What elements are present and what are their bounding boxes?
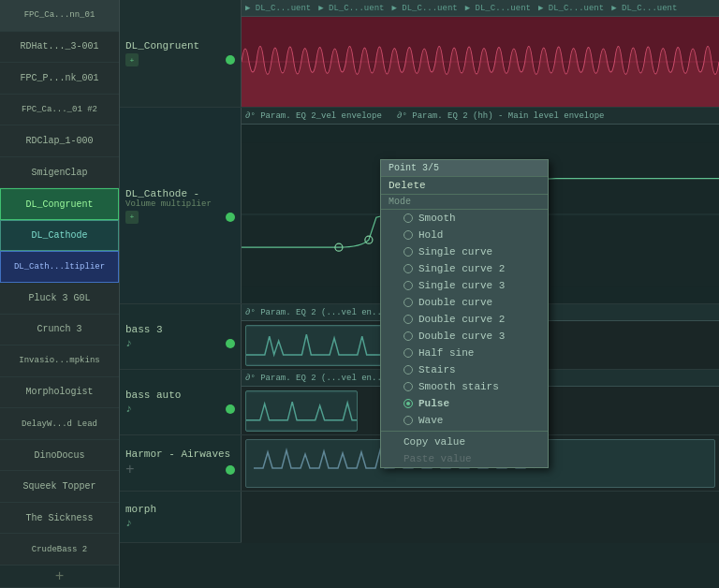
radio-hold <box>404 230 413 240</box>
sidebar-item-dl-cath-ltiplier[interactable]: DL_Cath...ltiplier <box>0 251 119 283</box>
radio-half-sine <box>404 348 413 358</box>
track-icons-morph: ♪ <box>125 517 235 530</box>
add-track-button[interactable]: + <box>0 566 119 588</box>
track-plus-icon-harmor: + <box>125 462 135 478</box>
track-label-bass-auto: bass auto ♪ <box>120 370 242 434</box>
track-note-icon-bass-auto: ♪ <box>125 403 132 416</box>
context-menu-title: Point 3/5 <box>381 160 548 177</box>
track-row-dl-congruent: DL_Congruent + ▶ DL_C...uent ▶ DL_C...ue… <box>120 0 719 108</box>
label-stairs: Stairs <box>418 364 456 375</box>
content-area: DL_Congruent + ▶ DL_C...uent ▶ DL_C...ue… <box>120 0 719 588</box>
track-name-bass-3: bass 3 <box>125 324 235 335</box>
label-smooth: Smooth <box>418 213 456 224</box>
sidebar-item-smigenclap[interactable]: SmigenClap <box>0 157 119 189</box>
label-hold: Hold <box>418 229 443 241</box>
label-single-curve: Single curve <box>418 246 492 257</box>
context-menu: Point 3/5 Delete Mode Smooth Hold Single… <box>380 159 549 468</box>
waveform-seg-2[interactable]: ▶ DL_C...uent <box>318 3 384 13</box>
context-menu-smooth[interactable]: Smooth <box>381 210 548 227</box>
track-icons-bass-3: ♪ <box>125 337 235 350</box>
sidebar-item-crude-bass-2[interactable]: CrudeBass 2 <box>0 534 119 566</box>
sidebar-item-fpc-pnk-001[interactable]: FPC_P...nk_001 <box>0 63 119 95</box>
label-paste-value: Paste value <box>404 453 472 464</box>
context-menu-hold[interactable]: Hold <box>381 227 548 243</box>
radio-single-curve-3 <box>404 281 413 290</box>
sidebar-item-morphologist[interactable]: Morphologist <box>0 377 119 409</box>
track-icons-bass-auto: ♪ <box>125 403 235 416</box>
track-label-dl-congruent: DL_Congruent + <box>120 0 242 107</box>
label-double-curve-3: Double curve 3 <box>418 331 505 342</box>
radio-pulse <box>404 399 413 408</box>
sidebar-item-dl-congruent[interactable]: DL_Congruent <box>0 188 119 220</box>
sidebar-item-dl-cathode[interactable]: DL_Cathode <box>0 220 119 252</box>
track-icon-dl-cathode[interactable]: + <box>125 211 139 224</box>
context-menu-divider <box>381 431 548 432</box>
track-label-dl-cathode: DL_Cathode - Volume multiplier + <box>120 108 242 303</box>
morph-content <box>242 492 719 542</box>
sidebar-item-dinodocus[interactable]: DinoDocus <box>0 440 119 472</box>
track-note-icon-bass-3: ♪ <box>125 337 132 350</box>
context-menu-wave[interactable]: Wave <box>381 412 548 429</box>
label-smooth-stairs: Smooth stairs <box>418 381 499 392</box>
context-menu-delete[interactable]: Delete <box>381 177 548 194</box>
waveform-seg-1[interactable]: ▶ DL_C...uent <box>245 3 311 13</box>
context-menu-stairs[interactable]: Stairs <box>381 361 548 378</box>
track-name-harmor: Harmor - Airwaves <box>125 448 235 460</box>
context-menu-half-sine[interactable]: Half sine <box>381 345 548 361</box>
sidebar-item-rdhat-3-001[interactable]: RDHat..._3-001 <box>0 32 119 64</box>
context-menu-copy-value[interactable]: Copy value <box>381 434 548 450</box>
context-menu-single-curve-2[interactable]: Single curve 2 <box>381 260 548 277</box>
sidebar-item-fpc-ca-01-2[interactable]: FPC_Ca..._01 #2 <box>0 95 119 126</box>
track-dot-bass-auto <box>226 404 235 414</box>
context-menu-double-curve-3[interactable]: Double curve 3 <box>381 328 548 345</box>
context-menu-single-curve-3[interactable]: Single curve 3 <box>381 277 548 294</box>
context-menu-single-curve[interactable]: Single curve <box>381 243 548 260</box>
track-active-dot-dl-congruent <box>226 55 235 65</box>
context-menu-double-curve-2[interactable]: Double curve 2 <box>381 311 548 328</box>
bass-block-auto-1[interactable] <box>245 390 358 432</box>
label-pulse: Pulse <box>418 398 449 409</box>
track-icons-harmor: + <box>125 462 235 478</box>
label-double-curve: Double curve <box>418 297 492 308</box>
radio-double-curve-3 <box>404 331 413 341</box>
bass-header-text-3: ∂° Param. EQ 2 (...vel en... <box>245 308 387 317</box>
context-menu-pulse[interactable]: Pulse <box>381 395 548 412</box>
waveform-seg-3[interactable]: ▶ DL_C...uent <box>391 3 457 13</box>
track-icons-dl-cathode: + <box>125 211 235 224</box>
radio-double-curve-2 <box>404 315 413 324</box>
track-icon-arrow-dl-congruent[interactable]: + <box>125 53 139 66</box>
waveform-seg-4[interactable]: ▶ DL_C...uent <box>465 3 531 13</box>
track-dot-harmor <box>226 465 235 475</box>
radio-smooth <box>404 213 413 223</box>
main-container: FPC_Ca...nn_01 RDHat..._3-001 FPC_P...nk… <box>0 0 719 588</box>
waveform-seg-6[interactable]: ▶ DL_C...uent <box>611 3 677 13</box>
delete-label: Delete <box>389 180 426 191</box>
radio-single-curve-2 <box>404 264 413 273</box>
track-label-harmor: Harmor - Airwaves + <box>120 435 242 491</box>
context-menu-double-curve[interactable]: Double curve <box>381 294 548 311</box>
sidebar-item-delayw-d-lead[interactable]: DelayW...d Lead <box>0 408 119 440</box>
label-double-curve-2: Double curve 2 <box>418 314 505 325</box>
label-single-curve-3: Single curve 3 <box>418 280 505 291</box>
track-name-dl-congruent: DL_Congruent <box>125 40 235 51</box>
track-name-dl-cathode: DL_Cathode - <box>125 188 235 199</box>
sidebar-item-fpc-ca-nn-01[interactable]: FPC_Ca...nn_01 <box>0 0 119 32</box>
context-menu-smooth-stairs[interactable]: Smooth stairs <box>381 378 548 395</box>
track-icons-dl-congruent: + <box>125 53 235 66</box>
label-copy-value: Copy value <box>404 436 465 448</box>
waveform-header-dl-congruent: ▶ DL_C...uent ▶ DL_C...uent ▶ DL_C...uen… <box>242 0 719 17</box>
track-row-morph: morph ♪ <box>120 492 719 543</box>
envelope-header-text: ∂° Param. EQ 2_vel envelope ∂° Param. EQ… <box>245 111 604 121</box>
sidebar-item-invasio-mpkins[interactable]: Invasio...mpkins <box>0 345 119 377</box>
sidebar-item-squeek-topper[interactable]: Squeek Topper <box>0 471 119 503</box>
track-sublabel-dl-cathode: Volume multiplier <box>125 199 235 209</box>
sidebar-item-the-sickness[interactable]: The Sickness <box>0 503 119 535</box>
track-label-morph: morph ♪ <box>120 492 242 542</box>
waveform-seg-5[interactable]: ▶ DL_C...uent <box>538 3 604 13</box>
sidebar-item-rdclap-1-000[interactable]: RDClap_1-000 <box>0 125 119 157</box>
waveform-svg <box>242 17 719 107</box>
context-menu-paste-value[interactable]: Paste value <box>381 450 548 467</box>
sidebar-item-pluck-3-g0l[interactable]: Pluck 3 G0L <box>0 283 119 315</box>
sidebar-item-crunch-3[interactable]: Crunch 3 <box>0 315 119 346</box>
radio-smooth-stairs <box>404 382 413 391</box>
